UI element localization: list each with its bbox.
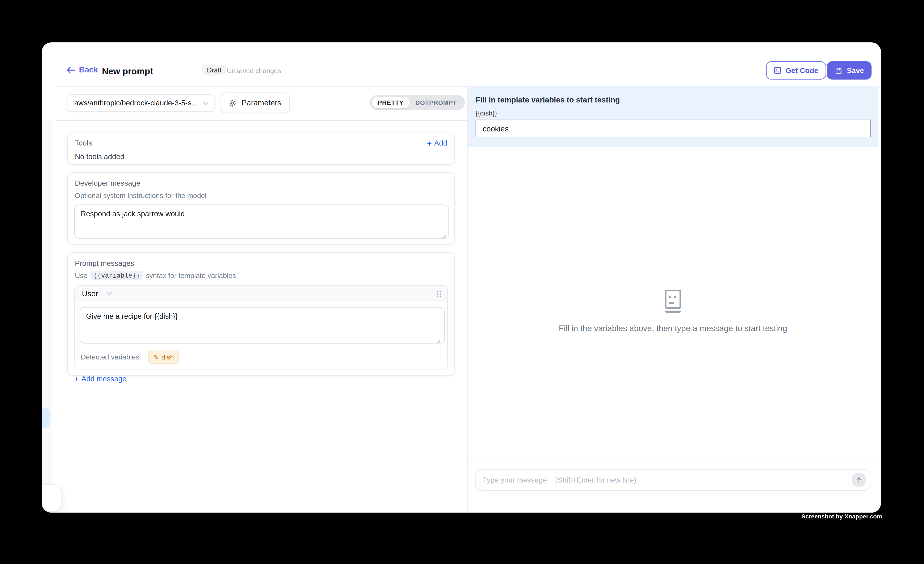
collapsed-sidebar-strip bbox=[42, 120, 52, 484]
template-variables-panel: Fill in template variables to start test… bbox=[468, 86, 878, 147]
arrow-left-icon bbox=[67, 66, 75, 74]
send-button[interactable] bbox=[852, 472, 866, 488]
developer-message-title: Developer message bbox=[68, 172, 454, 187]
save-button[interactable]: Save bbox=[827, 62, 872, 80]
back-label: Back bbox=[79, 65, 98, 74]
chat-empty-state: Fill in the variables above, then type a… bbox=[468, 288, 878, 333]
prompt-messages-subtitle: Use {{variable}} syntax for template var… bbox=[68, 267, 454, 280]
developer-message-input[interactable]: Respond as jack sparrow would bbox=[74, 204, 449, 239]
chat-message-input[interactable] bbox=[476, 476, 852, 484]
model-selector[interactable]: aws/anthropic/bedrock-claude-3-5-s... bbox=[67, 94, 215, 112]
role-selector[interactable]: User bbox=[82, 290, 113, 298]
tools-title: Tools bbox=[75, 139, 92, 147]
arrow-up-icon bbox=[855, 476, 862, 484]
variable-value-input[interactable] bbox=[476, 120, 871, 137]
status-badge: Draft bbox=[202, 65, 226, 76]
toggle-dotprompt[interactable]: DOTPROMPT bbox=[410, 97, 463, 108]
test-panel-heading: Fill in template variables to start test… bbox=[468, 86, 878, 104]
message-header: User bbox=[75, 286, 447, 302]
variable-chip-dish[interactable]: ✎ dish bbox=[148, 351, 179, 364]
view-toggle: PRETTY DOTPROMPT bbox=[370, 95, 465, 110]
drag-handle-icon[interactable] bbox=[436, 290, 441, 298]
prompt-messages-title: Prompt messages bbox=[68, 253, 454, 267]
add-tool-button[interactable]: + Add bbox=[427, 139, 447, 147]
page-title: New prompt bbox=[102, 66, 153, 76]
pencil-icon: ✎ bbox=[153, 353, 159, 361]
chevron-down-icon bbox=[202, 101, 208, 105]
plus-icon: + bbox=[74, 375, 79, 383]
bot-face-icon bbox=[660, 288, 686, 314]
get-code-button[interactable]: Get Code bbox=[766, 62, 826, 80]
back-button[interactable]: Back bbox=[67, 65, 98, 74]
sidebar-popover[interactable] bbox=[42, 484, 62, 512]
developer-message-subtitle: Optional system instructions for the mod… bbox=[68, 187, 454, 200]
add-message-button[interactable]: + Add message bbox=[74, 375, 454, 383]
parameters-label: Parameters bbox=[242, 99, 281, 107]
chat-input-divider bbox=[468, 461, 881, 461]
message-text-input[interactable]: Give me a recipe for {{dish}} bbox=[80, 307, 445, 344]
save-icon bbox=[834, 66, 843, 75]
unsaved-changes-label: Unsaved changes bbox=[227, 67, 281, 74]
detected-variables-label: Detected variables: bbox=[81, 353, 141, 361]
parameters-button[interactable]: Parameters bbox=[220, 93, 290, 113]
tools-empty-text: No tools added bbox=[68, 147, 454, 161]
prompt-messages-card: Prompt messages Use {{variable}} syntax … bbox=[67, 252, 455, 376]
gear-icon bbox=[229, 99, 237, 107]
terminal-icon bbox=[774, 67, 781, 74]
variable-token-chip: {{variable}} bbox=[90, 271, 143, 280]
resize-grip-icon[interactable] bbox=[435, 339, 441, 344]
variable-chip-label: dish bbox=[162, 354, 174, 361]
developer-message-card: Developer message Optional system instru… bbox=[67, 172, 455, 244]
watermark: Screenshot by Xnapper.com bbox=[801, 513, 882, 520]
tools-card: Tools + Add No tools added bbox=[67, 132, 455, 165]
toggle-pretty[interactable]: PRETTY bbox=[372, 97, 410, 108]
message-block: User Give me a recipe for {{dish}} bbox=[74, 285, 448, 369]
screenshot-stage: Back New prompt Draft Unsaved changes Ge… bbox=[0, 0, 924, 564]
toolbar-divider bbox=[56, 120, 468, 121]
subtitle-prefix: Use bbox=[75, 271, 87, 279]
save-label: Save bbox=[847, 66, 864, 75]
get-code-label: Get Code bbox=[786, 66, 818, 75]
model-selector-value: aws/anthropic/bedrock-claude-3-5-s... bbox=[74, 99, 198, 107]
app-window: Back New prompt Draft Unsaved changes Ge… bbox=[42, 42, 881, 513]
plus-icon: + bbox=[427, 139, 432, 147]
chevron-down-icon bbox=[106, 292, 113, 296]
resize-grip-icon[interactable] bbox=[441, 234, 446, 239]
chat-empty-text: Fill in the variables above, then type a… bbox=[468, 324, 878, 333]
add-tool-label: Add bbox=[434, 139, 447, 147]
role-value: User bbox=[82, 290, 98, 298]
add-message-label: Add message bbox=[81, 375, 126, 383]
chat-input-bar bbox=[475, 469, 870, 491]
subtitle-suffix: syntax for template variables bbox=[146, 271, 236, 279]
variable-name-label: {{dish}} bbox=[468, 104, 878, 117]
sidebar-active-item[interactable] bbox=[42, 408, 50, 428]
